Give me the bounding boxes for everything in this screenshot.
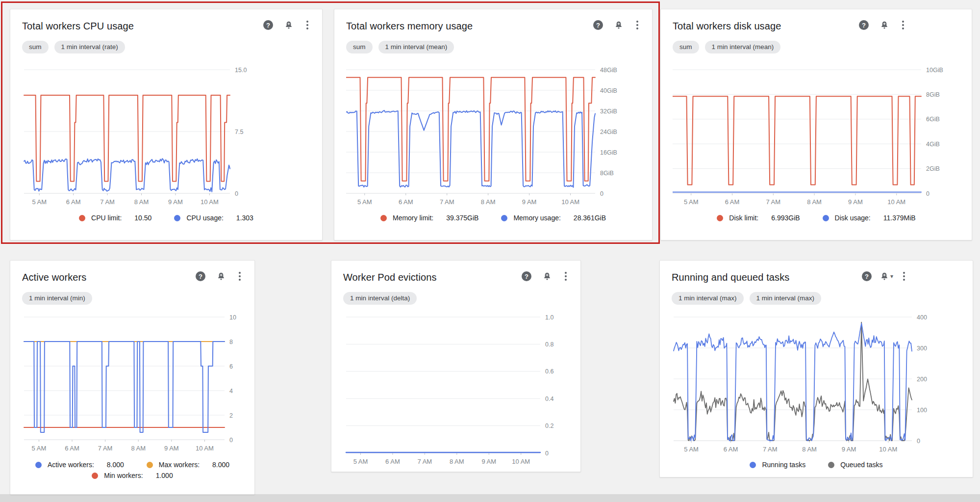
more-options-icon[interactable] [900, 20, 906, 30]
legend-value: 8.000 [212, 461, 229, 469]
legend-item[interactable]: CPU usage:1.303 [174, 214, 253, 222]
chart-legend: Memory limit:39.375GiB Memory usage:28.3… [346, 214, 640, 222]
legend-item[interactable]: Min workers:1.000 [92, 472, 173, 479]
cpu-usage-chart[interactable]: 07.515.05 AM6 AM7 AM8 AM9 AM10 AM [22, 58, 311, 208]
legend-item[interactable]: Disk limit:6.993GiB [717, 214, 800, 222]
legend-item[interactable]: Disk usage:11.379MiB [823, 214, 916, 222]
add-alert-icon[interactable] [879, 271, 889, 281]
svg-text:8GiB: 8GiB [600, 170, 614, 177]
legend-item[interactable]: Memory usage:28.361GiB [501, 214, 606, 222]
svg-text:5 AM: 5 AM [357, 198, 372, 206]
svg-text:0.6: 0.6 [545, 368, 553, 375]
chip-aggregation[interactable]: sum [346, 41, 373, 53]
legend-label: Memory limit: [393, 214, 433, 222]
chip-interval[interactable]: 1 min interval (delta) [343, 292, 417, 305]
add-alert-icon[interactable] [614, 20, 624, 30]
legend-dot [92, 473, 98, 479]
svg-text:9 AM: 9 AM [842, 446, 856, 453]
help-icon[interactable]: ? [522, 271, 531, 281]
chart-legend: CPU limit:10.50 CPU usage:1.303 [22, 214, 310, 222]
disk-usage-chart[interactable]: 02GiB4GiB6GiB8GiB10GiB5 AM6 AM7 AM8 AM9 … [673, 58, 961, 208]
chip-row: 1 min interval (min) [22, 292, 243, 305]
chart-legend: Running tasks Queued tasks [672, 461, 961, 469]
svg-text:0.8: 0.8 [545, 341, 553, 348]
legend-label: Active workers: [48, 461, 94, 469]
legend-dot [380, 215, 387, 221]
help-icon[interactable]: ? [593, 20, 603, 30]
help-icon[interactable]: ? [859, 20, 869, 30]
chip-interval[interactable]: 1 min interval (max) [750, 292, 822, 305]
chip-interval[interactable]: 1 min interval (mean) [378, 41, 454, 53]
chip-row: 1 min interval (max) 1 min interval (max… [672, 292, 961, 305]
chip-row: 1 min interval (delta) [343, 292, 569, 305]
pod-evictions-chart[interactable]: 00.20.40.60.81.05 AM6 AM7 AM8 AM9 AM10 A… [343, 310, 570, 468]
card-actions: ? ▾ [862, 271, 961, 281]
more-options-icon[interactable] [304, 20, 310, 30]
legend-dot [174, 215, 180, 221]
legend-item[interactable]: Max workers:8.000 [147, 461, 229, 469]
chip-aggregation[interactable]: sum [673, 41, 699, 53]
svg-text:8 AM: 8 AM [481, 198, 496, 206]
card-running-queued-tasks: Running and queued tasks ? ▾ 1 min inter… [659, 260, 973, 477]
card-title: Worker Pod evictions [343, 270, 522, 284]
chip-interval[interactable]: 1 min interval (rate) [54, 41, 125, 53]
svg-text:400: 400 [917, 314, 927, 321]
more-options-icon[interactable] [634, 20, 640, 30]
add-alert-icon[interactable] [879, 20, 889, 30]
svg-text:10 AM: 10 AM [887, 198, 905, 206]
svg-text:10 AM: 10 AM [201, 198, 219, 206]
legend-item[interactable]: Running tasks [750, 461, 805, 469]
svg-text:9 AM: 9 AM [168, 198, 183, 206]
memory-usage-chart[interactable]: 08GiB16GiB24GiB32GiB40GiB48GiB5 AM6 AM7 … [346, 58, 641, 208]
add-alert-icon[interactable] [542, 271, 552, 281]
svg-text:7 AM: 7 AM [418, 458, 432, 465]
svg-text:8 AM: 8 AM [450, 458, 464, 465]
card-actions: ? [196, 271, 243, 281]
legend-dot [35, 462, 42, 468]
card-title: Total workers memory usage [346, 19, 593, 33]
running-queued-tasks-chart[interactable]: 01002003004005 AM6 AM7 AM8 AM9 AM10 AM [672, 310, 962, 457]
help-icon[interactable]: ? [862, 271, 872, 281]
card-header: Total workers memory usage ? [346, 19, 640, 33]
svg-text:7 AM: 7 AM [766, 198, 781, 206]
chip-aggregation[interactable]: sum [22, 41, 49, 53]
more-options-icon[interactable] [901, 271, 907, 281]
svg-text:7.5: 7.5 [235, 129, 243, 135]
svg-text:15.0: 15.0 [235, 67, 247, 74]
legend-dot [147, 462, 153, 468]
legend-label: Memory usage: [513, 214, 560, 222]
chip-interval[interactable]: 1 min interval (max) [672, 292, 744, 305]
svg-text:100: 100 [917, 407, 927, 414]
chip-interval[interactable]: 1 min interval (mean) [705, 41, 781, 53]
add-alert-icon[interactable] [216, 271, 226, 281]
more-options-icon[interactable] [563, 271, 569, 281]
card-actions: ? [263, 20, 310, 30]
card-total-workers-cpu-usage: Total workers CPU usage ? sum 1 min inte… [10, 9, 323, 240]
chevron-down-icon[interactable]: ▾ [890, 273, 893, 280]
legend-item[interactable]: Memory limit:39.375GiB [380, 214, 478, 222]
legend-item[interactable]: Queued tasks [828, 461, 882, 469]
card-actions: ? [593, 20, 640, 30]
svg-text:8 AM: 8 AM [807, 198, 822, 206]
active-workers-chart[interactable]: 02468105 AM6 AM7 AM8 AM9 AM10 AM [22, 310, 244, 457]
legend-item[interactable]: Active workers:8.000 [35, 461, 124, 469]
svg-text:0: 0 [545, 450, 549, 457]
svg-text:0: 0 [917, 438, 920, 445]
legend-item[interactable]: CPU limit:10.50 [79, 214, 151, 222]
svg-text:6GiB: 6GiB [926, 116, 940, 123]
svg-text:6 AM: 6 AM [65, 445, 79, 452]
svg-text:5 AM: 5 AM [684, 446, 699, 453]
chip-row: sum 1 min interval (rate) [22, 41, 310, 53]
help-icon[interactable]: ? [263, 20, 273, 30]
legend-value: 8.000 [107, 461, 124, 469]
chart-legend: Active workers:8.000 Max workers:8.000 M… [27, 461, 238, 479]
svg-text:8 AM: 8 AM [802, 446, 817, 453]
chip-interval[interactable]: 1 min interval (min) [22, 292, 92, 305]
chart-legend: Disk limit:6.993GiB Disk usage:11.379MiB [673, 214, 960, 222]
legend-dot [823, 215, 829, 221]
card-worker-pod-evictions: Worker Pod evictions ? 1 min interval (d… [331, 260, 581, 472]
more-options-icon[interactable] [237, 271, 243, 281]
add-alert-icon[interactable] [284, 20, 294, 30]
svg-text:5 AM: 5 AM [353, 458, 368, 465]
help-icon[interactable]: ? [196, 271, 205, 281]
